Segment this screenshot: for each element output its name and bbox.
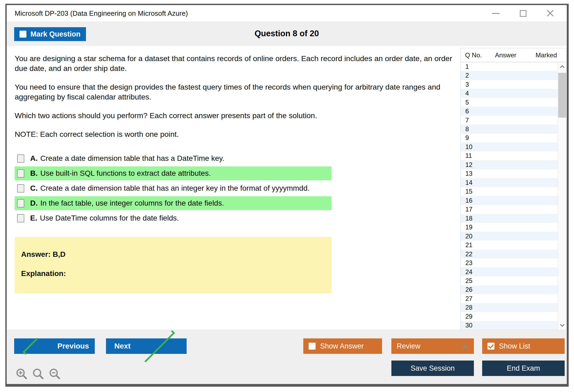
- question-list-row[interactable]: 23: [461, 258, 558, 267]
- option-text: Use built-in SQL functions to extract da…: [40, 169, 211, 178]
- option-letter: A.: [30, 154, 38, 163]
- option-checkbox[interactable]: [17, 184, 24, 193]
- window-controls: [491, 5, 555, 22]
- minimize-icon: [492, 13, 500, 14]
- answer-option[interactable]: A. Create a date dimension table that ha…: [15, 151, 332, 165]
- close-button[interactable]: [546, 9, 555, 18]
- question-list-row[interactable]: 15: [461, 187, 558, 196]
- zoom-out-icon[interactable]: [48, 367, 61, 380]
- row-qno: 14: [465, 179, 473, 186]
- question-list-row[interactable]: 20: [461, 232, 558, 241]
- show-list-checked-checkbox-icon: [487, 343, 494, 350]
- row-qno: 20: [465, 233, 473, 240]
- header-band: Mark Question Question 8 of 20: [7, 22, 567, 46]
- answer-option[interactable]: E. Use DateTime columns for the date fie…: [15, 211, 332, 225]
- question-list-row[interactable]: 18: [461, 214, 558, 223]
- row-qno: 25: [465, 277, 473, 285]
- row-qno: 18: [465, 215, 473, 222]
- question-list-row[interactable]: 21: [461, 241, 558, 249]
- question-list-row[interactable]: 13: [461, 169, 558, 178]
- row-qno: 5: [465, 99, 469, 106]
- question-list-row[interactable]: 1: [461, 62, 558, 71]
- scroll-up-icon: [560, 65, 565, 70]
- row-qno: 1: [465, 63, 469, 70]
- col-marked: Marked: [536, 51, 567, 59]
- option-checkbox[interactable]: [17, 169, 24, 178]
- chevron-left-icon: [23, 338, 40, 355]
- show-answer-button[interactable]: Show Answer: [303, 338, 382, 354]
- end-exam-button[interactable]: End Exam: [482, 361, 565, 376]
- question-list-row[interactable]: 26: [461, 285, 558, 294]
- row-qno: 23: [465, 259, 473, 267]
- window-title: Microsoft DP-203 (Data Engineering on Mi…: [15, 9, 188, 18]
- question-list-row[interactable]: 7: [461, 116, 558, 125]
- show-list-button[interactable]: Show List: [482, 338, 565, 354]
- title-bar: Microsoft DP-203 (Data Engineering on Mi…: [7, 5, 567, 22]
- question-list-row[interactable]: 10: [461, 142, 558, 151]
- question-list-row[interactable]: 22: [461, 250, 558, 258]
- scroll-up-button[interactable]: [558, 62, 567, 71]
- scrollbar-thumb[interactable]: [558, 73, 566, 118]
- explanation-text: Explanation:: [21, 269, 325, 278]
- row-qno: 29: [465, 313, 473, 320]
- row-qno: 26: [465, 286, 473, 293]
- row-qno: 8: [465, 125, 469, 133]
- chevron-right-icon: [143, 330, 175, 362]
- question-list-row[interactable]: 16: [461, 196, 558, 205]
- question-list-row[interactable]: 6: [461, 107, 558, 115]
- scroll-down-button[interactable]: [558, 321, 567, 330]
- row-qno: 22: [465, 250, 473, 258]
- sidebar-scrollbar[interactable]: [558, 62, 567, 330]
- row-qno: 4: [465, 90, 469, 97]
- option-checkbox[interactable]: [17, 199, 24, 207]
- options-list: A. Create a date dimension table that ha…: [15, 151, 332, 225]
- review-button[interactable]: Review: [391, 338, 474, 354]
- question-list-row[interactable]: 12: [461, 160, 558, 169]
- show-answer-label: Show Answer: [320, 342, 364, 350]
- question-list-row[interactable]: 17: [461, 205, 558, 214]
- row-qno: 6: [465, 107, 469, 115]
- question-list-row[interactable]: 27: [461, 294, 558, 303]
- row-qno: 9: [465, 134, 469, 142]
- sidebar-header: Q No. Answer Marked: [461, 48, 567, 62]
- row-qno: 7: [465, 117, 469, 124]
- question-list-row[interactable]: 11: [461, 151, 558, 160]
- question-list-row[interactable]: 24: [461, 267, 558, 276]
- question-list-row[interactable]: 14: [461, 178, 558, 187]
- option-checkbox[interactable]: [17, 154, 24, 163]
- question-list-sidebar: Q No. Answer Marked 1 2 3 4 5 6 7 8: [461, 48, 567, 330]
- minimize-button[interactable]: [491, 9, 500, 18]
- question-list-row[interactable]: 29: [461, 312, 558, 321]
- zoom-controls: [15, 367, 61, 380]
- question-list-row[interactable]: 2: [461, 71, 558, 80]
- question-list-row[interactable]: 30: [461, 321, 558, 330]
- question-list-row[interactable]: 19: [461, 223, 558, 231]
- option-text: Create a date dimension table that has a…: [40, 154, 225, 163]
- question-list-row[interactable]: 25: [461, 276, 558, 285]
- row-qno: 30: [465, 322, 473, 329]
- show-list-label: Show List: [499, 342, 530, 350]
- maximize-button[interactable]: [518, 9, 528, 18]
- question-list-row[interactable]: 9: [461, 134, 558, 142]
- question-list-row[interactable]: 8: [461, 125, 558, 133]
- option-checkbox[interactable]: [17, 214, 24, 222]
- question-paragraph: Which two actions should you perform? Ea…: [15, 111, 457, 121]
- answer-option[interactable]: B. Use built-in SQL functions to extract…: [15, 166, 332, 180]
- row-qno: 11: [465, 152, 472, 159]
- zoom-in-icon[interactable]: [15, 367, 28, 380]
- save-session-button[interactable]: Save Session: [391, 361, 474, 376]
- next-button[interactable]: Next: [106, 338, 187, 354]
- question-list-row[interactable]: 4: [461, 89, 558, 98]
- answer-box: Answer: B,D Explanation:: [15, 237, 332, 293]
- answer-option[interactable]: C. Create a date dimension table that ha…: [15, 181, 332, 195]
- row-qno: 21: [465, 241, 473, 249]
- col-answer: Answer: [495, 51, 536, 59]
- row-qno: 16: [465, 197, 473, 204]
- answer-option[interactable]: D. In the fact table, use integer column…: [15, 196, 332, 210]
- zoom-reset-icon[interactable]: [32, 367, 45, 380]
- question-list-row[interactable]: 28: [461, 303, 558, 312]
- question-list-row[interactable]: 5: [461, 98, 558, 107]
- question-list-row[interactable]: 3: [461, 80, 558, 89]
- row-qno: 17: [465, 206, 473, 213]
- question-paragraph: NOTE: Each correct selection is worth on…: [15, 129, 457, 139]
